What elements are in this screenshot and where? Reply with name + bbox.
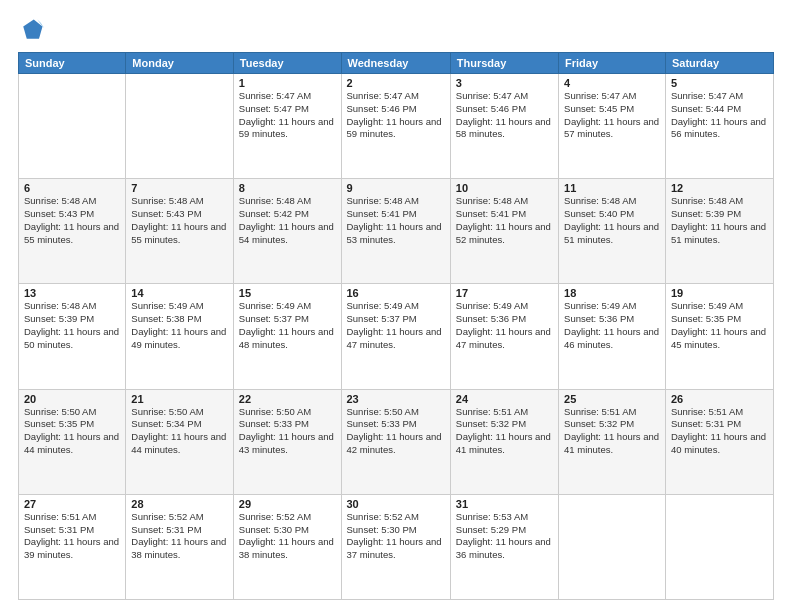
day-number: 14 [131, 287, 227, 299]
day-number: 5 [671, 77, 768, 89]
calendar-cell: 24Sunrise: 5:51 AMSunset: 5:32 PMDayligh… [450, 389, 558, 494]
day-number: 17 [456, 287, 553, 299]
day-number: 27 [24, 498, 120, 510]
calendar-cell: 22Sunrise: 5:50 AMSunset: 5:33 PMDayligh… [233, 389, 341, 494]
day-number: 11 [564, 182, 660, 194]
day-info: Sunrise: 5:47 AMSunset: 5:44 PMDaylight:… [671, 90, 768, 141]
calendar-cell: 26Sunrise: 5:51 AMSunset: 5:31 PMDayligh… [665, 389, 773, 494]
calendar-cell: 6Sunrise: 5:48 AMSunset: 5:43 PMDaylight… [19, 179, 126, 284]
day-info: Sunrise: 5:52 AMSunset: 5:31 PMDaylight:… [131, 511, 227, 562]
weekday-header: Thursday [450, 53, 558, 74]
calendar-cell: 11Sunrise: 5:48 AMSunset: 5:40 PMDayligh… [559, 179, 666, 284]
day-number: 3 [456, 77, 553, 89]
calendar-cell: 2Sunrise: 5:47 AMSunset: 5:46 PMDaylight… [341, 74, 450, 179]
day-info: Sunrise: 5:50 AMSunset: 5:35 PMDaylight:… [24, 406, 120, 457]
day-info: Sunrise: 5:51 AMSunset: 5:31 PMDaylight:… [24, 511, 120, 562]
weekday-header: Saturday [665, 53, 773, 74]
day-info: Sunrise: 5:47 AMSunset: 5:45 PMDaylight:… [564, 90, 660, 141]
day-number: 26 [671, 393, 768, 405]
calendar-cell: 27Sunrise: 5:51 AMSunset: 5:31 PMDayligh… [19, 494, 126, 599]
day-number: 18 [564, 287, 660, 299]
day-number: 28 [131, 498, 227, 510]
calendar-cell: 25Sunrise: 5:51 AMSunset: 5:32 PMDayligh… [559, 389, 666, 494]
day-info: Sunrise: 5:49 AMSunset: 5:37 PMDaylight:… [347, 300, 445, 351]
calendar-cell: 21Sunrise: 5:50 AMSunset: 5:34 PMDayligh… [126, 389, 233, 494]
weekday-header: Tuesday [233, 53, 341, 74]
day-info: Sunrise: 5:51 AMSunset: 5:32 PMDaylight:… [564, 406, 660, 457]
weekday-header: Friday [559, 53, 666, 74]
day-number: 21 [131, 393, 227, 405]
day-info: Sunrise: 5:47 AMSunset: 5:46 PMDaylight:… [456, 90, 553, 141]
day-info: Sunrise: 5:48 AMSunset: 5:40 PMDaylight:… [564, 195, 660, 246]
day-number: 15 [239, 287, 336, 299]
logo-icon [18, 16, 46, 44]
day-info: Sunrise: 5:48 AMSunset: 5:43 PMDaylight:… [24, 195, 120, 246]
calendar-cell: 19Sunrise: 5:49 AMSunset: 5:35 PMDayligh… [665, 284, 773, 389]
calendar-cell: 7Sunrise: 5:48 AMSunset: 5:43 PMDaylight… [126, 179, 233, 284]
calendar-cell: 3Sunrise: 5:47 AMSunset: 5:46 PMDaylight… [450, 74, 558, 179]
day-info: Sunrise: 5:52 AMSunset: 5:30 PMDaylight:… [239, 511, 336, 562]
day-number: 6 [24, 182, 120, 194]
calendar-cell: 23Sunrise: 5:50 AMSunset: 5:33 PMDayligh… [341, 389, 450, 494]
day-number: 10 [456, 182, 553, 194]
calendar-cell [559, 494, 666, 599]
day-info: Sunrise: 5:49 AMSunset: 5:36 PMDaylight:… [564, 300, 660, 351]
calendar-cell: 15Sunrise: 5:49 AMSunset: 5:37 PMDayligh… [233, 284, 341, 389]
day-number: 4 [564, 77, 660, 89]
day-info: Sunrise: 5:49 AMSunset: 5:36 PMDaylight:… [456, 300, 553, 351]
calendar-cell: 1Sunrise: 5:47 AMSunset: 5:47 PMDaylight… [233, 74, 341, 179]
calendar-cell: 17Sunrise: 5:49 AMSunset: 5:36 PMDayligh… [450, 284, 558, 389]
calendar-cell: 5Sunrise: 5:47 AMSunset: 5:44 PMDaylight… [665, 74, 773, 179]
logo [18, 16, 50, 44]
day-info: Sunrise: 5:48 AMSunset: 5:39 PMDaylight:… [24, 300, 120, 351]
day-info: Sunrise: 5:53 AMSunset: 5:29 PMDaylight:… [456, 511, 553, 562]
calendar-week-row: 20Sunrise: 5:50 AMSunset: 5:35 PMDayligh… [19, 389, 774, 494]
day-number: 7 [131, 182, 227, 194]
calendar-cell: 30Sunrise: 5:52 AMSunset: 5:30 PMDayligh… [341, 494, 450, 599]
calendar-week-row: 6Sunrise: 5:48 AMSunset: 5:43 PMDaylight… [19, 179, 774, 284]
calendar-week-row: 1Sunrise: 5:47 AMSunset: 5:47 PMDaylight… [19, 74, 774, 179]
day-number: 1 [239, 77, 336, 89]
weekday-header-row: SundayMondayTuesdayWednesdayThursdayFrid… [19, 53, 774, 74]
calendar-cell: 18Sunrise: 5:49 AMSunset: 5:36 PMDayligh… [559, 284, 666, 389]
day-info: Sunrise: 5:51 AMSunset: 5:31 PMDaylight:… [671, 406, 768, 457]
page: SundayMondayTuesdayWednesdayThursdayFrid… [0, 0, 792, 612]
calendar-cell: 29Sunrise: 5:52 AMSunset: 5:30 PMDayligh… [233, 494, 341, 599]
weekday-header: Monday [126, 53, 233, 74]
calendar-cell [126, 74, 233, 179]
day-info: Sunrise: 5:50 AMSunset: 5:33 PMDaylight:… [239, 406, 336, 457]
calendar-cell [19, 74, 126, 179]
calendar-cell: 14Sunrise: 5:49 AMSunset: 5:38 PMDayligh… [126, 284, 233, 389]
day-number: 19 [671, 287, 768, 299]
day-info: Sunrise: 5:48 AMSunset: 5:43 PMDaylight:… [131, 195, 227, 246]
day-number: 23 [347, 393, 445, 405]
calendar-cell: 8Sunrise: 5:48 AMSunset: 5:42 PMDaylight… [233, 179, 341, 284]
day-info: Sunrise: 5:48 AMSunset: 5:41 PMDaylight:… [456, 195, 553, 246]
day-info: Sunrise: 5:49 AMSunset: 5:37 PMDaylight:… [239, 300, 336, 351]
day-number: 20 [24, 393, 120, 405]
day-number: 9 [347, 182, 445, 194]
calendar-cell: 28Sunrise: 5:52 AMSunset: 5:31 PMDayligh… [126, 494, 233, 599]
day-info: Sunrise: 5:48 AMSunset: 5:41 PMDaylight:… [347, 195, 445, 246]
calendar-cell: 16Sunrise: 5:49 AMSunset: 5:37 PMDayligh… [341, 284, 450, 389]
day-info: Sunrise: 5:49 AMSunset: 5:38 PMDaylight:… [131, 300, 227, 351]
day-info: Sunrise: 5:50 AMSunset: 5:34 PMDaylight:… [131, 406, 227, 457]
day-info: Sunrise: 5:48 AMSunset: 5:39 PMDaylight:… [671, 195, 768, 246]
calendar-cell: 10Sunrise: 5:48 AMSunset: 5:41 PMDayligh… [450, 179, 558, 284]
day-number: 31 [456, 498, 553, 510]
day-info: Sunrise: 5:47 AMSunset: 5:47 PMDaylight:… [239, 90, 336, 141]
day-number: 29 [239, 498, 336, 510]
day-info: Sunrise: 5:50 AMSunset: 5:33 PMDaylight:… [347, 406, 445, 457]
day-info: Sunrise: 5:49 AMSunset: 5:35 PMDaylight:… [671, 300, 768, 351]
day-number: 8 [239, 182, 336, 194]
day-info: Sunrise: 5:48 AMSunset: 5:42 PMDaylight:… [239, 195, 336, 246]
day-number: 2 [347, 77, 445, 89]
calendar-cell: 9Sunrise: 5:48 AMSunset: 5:41 PMDaylight… [341, 179, 450, 284]
weekday-header: Sunday [19, 53, 126, 74]
weekday-header: Wednesday [341, 53, 450, 74]
calendar-cell: 20Sunrise: 5:50 AMSunset: 5:35 PMDayligh… [19, 389, 126, 494]
calendar-week-row: 13Sunrise: 5:48 AMSunset: 5:39 PMDayligh… [19, 284, 774, 389]
day-info: Sunrise: 5:51 AMSunset: 5:32 PMDaylight:… [456, 406, 553, 457]
calendar-cell: 31Sunrise: 5:53 AMSunset: 5:29 PMDayligh… [450, 494, 558, 599]
day-number: 13 [24, 287, 120, 299]
